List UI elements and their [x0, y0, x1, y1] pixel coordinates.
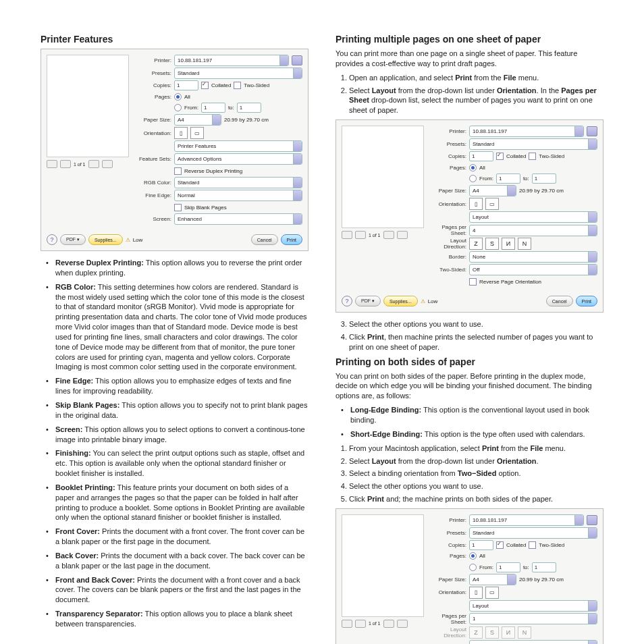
to-input[interactable]: 1 [237, 103, 261, 113]
collated-checkbox[interactable] [496, 153, 504, 160]
nav-prev-icon[interactable] [355, 231, 366, 239]
step-item: Open an application, and select Print fr… [349, 73, 603, 83]
from-input[interactable]: 1 [201, 103, 225, 113]
help-icon[interactable]: ? [342, 296, 352, 306]
featureset-select[interactable]: Advanced Options [174, 153, 302, 165]
nav-first-icon[interactable] [342, 620, 352, 628]
border-select[interactable]: None [469, 251, 597, 263]
printer-stepper[interactable] [587, 515, 597, 525]
page-preview [342, 126, 424, 228]
border-select[interactable]: None [469, 640, 597, 644]
preview-area: 1 of 1 [342, 514, 424, 644]
rgb-select[interactable]: Standard [174, 177, 302, 188]
nav-last-icon[interactable] [102, 160, 113, 168]
section-select[interactable]: Printer Features [174, 140, 302, 152]
list-item: Skip Blank Pages: This option allows you… [55, 400, 308, 421]
paper-select[interactable]: A4 [469, 574, 516, 585]
multi-page-steps: Open an application, and select Print fr… [336, 73, 603, 115]
twosided-checkbox[interactable] [529, 153, 536, 160]
landscape-icon[interactable]: ▭ [485, 587, 499, 599]
twosided-select[interactable]: Off [469, 264, 597, 275]
rgb-label: RGB Color: [134, 180, 171, 186]
section-select[interactable]: Layout [469, 211, 597, 223]
step-item: From your Macintosh application, select … [349, 444, 603, 454]
pages-from-radio[interactable] [469, 175, 477, 182]
list-item: Front Cover: Prints the document with a … [55, 527, 308, 547]
list-item: Finishing: You can select the print outp… [55, 448, 308, 479]
portrait-icon[interactable]: ▯ [469, 198, 483, 210]
nav-label: 1 of 1 [74, 162, 86, 167]
pdf-button[interactable]: PDF ▾ [60, 234, 86, 245]
fineedge-select[interactable]: Normal [174, 190, 302, 201]
nav-prev-icon[interactable] [60, 160, 71, 168]
pages-from-radio[interactable] [469, 564, 477, 571]
print-button[interactable]: Print [576, 296, 597, 306]
portrait-icon[interactable]: ▯ [469, 587, 483, 599]
nav-prev-icon[interactable] [355, 620, 366, 628]
nav-next-icon[interactable] [383, 620, 394, 628]
page: Printer Features 1 of 1 [0, 0, 644, 644]
duplex-heading: Printing on both sides of paper [336, 356, 603, 367]
presets-select[interactable]: Standard [174, 68, 302, 79]
printer-stepper[interactable] [292, 55, 302, 65]
landscape-icon[interactable]: ▭ [190, 127, 204, 139]
binding-options: Long-Edge Binding: This option is the co… [336, 405, 603, 439]
screen-select[interactable]: Enhanced [174, 213, 302, 225]
cancel-button[interactable]: Cancel [251, 234, 278, 245]
step-item: Click Print, then machine prints the sel… [349, 332, 603, 352]
layout-dir-n-icon[interactable]: И [502, 238, 515, 250]
reverse-duplex-checkbox[interactable] [174, 167, 182, 175]
printer-select[interactable]: 10.88.181.197 [469, 514, 584, 526]
layout-dir-rn-icon[interactable]: N [518, 238, 531, 250]
portrait-icon[interactable]: ▯ [174, 127, 188, 139]
pages-all-radio[interactable] [469, 164, 477, 171]
preview-area: 1 of 1 [342, 126, 424, 286]
layout-dir-z-icon[interactable]: Z [469, 238, 483, 250]
collated-checkbox[interactable] [496, 541, 504, 549]
twosided-checkbox[interactable] [529, 541, 536, 549]
layout-dir-s-icon[interactable]: S [485, 238, 499, 250]
skip-blank-checkbox[interactable] [174, 204, 182, 211]
pages-all-radio[interactable] [174, 93, 182, 101]
nav-first-icon[interactable] [47, 160, 57, 168]
paper-select[interactable]: A4 [174, 114, 221, 126]
presets-select[interactable]: Standard [469, 527, 597, 539]
twosided-label: Two-Sided [244, 82, 269, 88]
nav-first-icon[interactable] [342, 231, 352, 239]
twosided-checkbox[interactable] [234, 82, 241, 89]
nav-last-icon[interactable] [397, 620, 408, 628]
cancel-button[interactable]: Cancel [546, 296, 573, 306]
pages-per-sheet-select[interactable]: 4 [469, 225, 597, 236]
supplies-button[interactable]: Supplies... [88, 234, 123, 245]
to-label: to: [228, 105, 234, 111]
preview-area: 1 of 1 [47, 55, 129, 225]
copies-input[interactable]: 1 [174, 80, 198, 90]
printer-select[interactable]: 10.88.181.197 [469, 126, 584, 137]
help-icon[interactable]: ? [47, 234, 57, 245]
section-select[interactable]: Layout [469, 600, 597, 612]
step-item: Select Layout from the drop-down list un… [349, 86, 603, 116]
print-dialog-features: 1 of 1 Printer:10.88.181.197 Presets:Sta… [41, 49, 308, 251]
pages-per-sheet-select[interactable]: 1 [469, 613, 597, 624]
paper-select[interactable]: A4 [469, 185, 516, 196]
paper-dim: 20.99 by 29.70 cm [224, 117, 269, 123]
left-column: Printer Features 1 of 1 [41, 34, 308, 644]
landscape-icon[interactable]: ▭ [485, 198, 499, 210]
presets-select[interactable]: Standard [469, 138, 597, 150]
low-label: Low [133, 237, 143, 243]
preview-nav: 1 of 1 [47, 160, 129, 168]
copies-input[interactable]: 1 [469, 151, 493, 161]
nav-next-icon[interactable] [88, 160, 99, 168]
nav-next-icon[interactable] [383, 231, 394, 239]
pages-from-radio[interactable] [174, 104, 182, 111]
pages-all-radio[interactable] [469, 552, 477, 560]
pdf-button[interactable]: PDF ▾ [355, 296, 381, 306]
nav-last-icon[interactable] [397, 231, 408, 239]
printer-select[interactable]: 10.88.181.197 [174, 55, 289, 66]
low-warning-icon: ⚠ [126, 237, 130, 243]
supplies-button[interactable]: Supplies... [383, 296, 418, 306]
collated-checkbox[interactable] [201, 82, 209, 89]
printer-stepper[interactable] [587, 126, 597, 136]
print-button[interactable]: Print [281, 234, 302, 245]
reverse-page-checkbox[interactable] [469, 278, 477, 286]
